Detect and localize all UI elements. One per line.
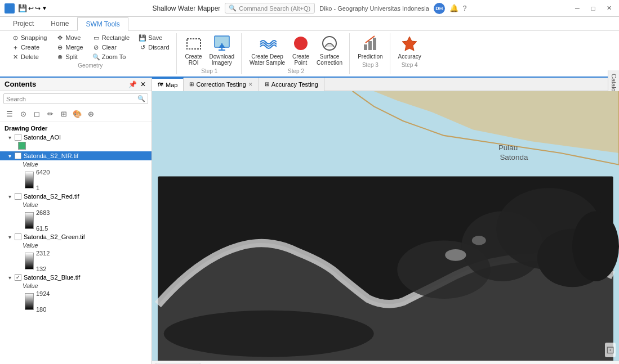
surface-correction-button[interactable]: SurfaceCorrection <box>314 33 345 67</box>
layer-item-satonda-s2-green[interactable]: ▾ Satonda_S2_Green.tif <box>0 232 152 241</box>
island-label-line2: Satonda <box>500 153 528 161</box>
pin-icon[interactable]: 📌 <box>127 80 138 88</box>
expand-satonda-s2-red[interactable]: ▾ <box>7 194 12 200</box>
snapping-button[interactable]: ⊙Snapping <box>9 33 50 42</box>
redo-icon[interactable]: ↪ <box>35 5 41 12</box>
nir-min-value: 1 <box>36 185 50 191</box>
nir-values: Value 6420 1 <box>0 160 152 192</box>
prediction-label: Prediction <box>358 53 382 60</box>
ribbon-group-geometry: ⊙Snapping ＋Create ✕Delete ✥Move ⊕Merge ⊗… <box>5 33 177 74</box>
help-icon[interactable]: ? <box>463 5 467 12</box>
map-tab-correction-testing[interactable]: ⊞ Correction Testing ✕ <box>184 78 259 91</box>
geometry-col1: ⊙Snapping ＋Create ✕Delete <box>9 33 50 61</box>
bell-icon[interactable]: 🔔 <box>449 4 458 12</box>
checkbox-satonda-s2-green[interactable] <box>15 233 21 240</box>
waves-svg <box>259 34 277 52</box>
checkbox-satonda-s2-nir[interactable] <box>15 152 21 159</box>
map-scroll-icon[interactable]: ⊡ <box>605 343 616 357</box>
layer-tool-1[interactable]: ☰ <box>3 107 16 120</box>
expand-satonda-aoi[interactable]: ▾ <box>7 134 12 141</box>
split-button[interactable]: ⊗Split <box>54 52 86 61</box>
delete-label: Delete <box>21 53 39 60</box>
minimize-button[interactable]: ─ <box>572 3 583 14</box>
green-min-value: 132 <box>36 266 50 272</box>
ribbon-group-geometry-items: ⊙Snapping ＋Create ✕Delete ✥Move ⊕Merge ⊗… <box>9 33 172 61</box>
map-tab-accuracy-testing[interactable]: ⊞ Accuracy Testing <box>259 78 324 91</box>
more-icon[interactable]: ▼ <box>42 5 47 11</box>
zoom-to-button[interactable]: 🔍Zoom To <box>90 52 132 61</box>
clear-button[interactable]: ⊘Clear <box>90 43 132 52</box>
rectangle-button[interactable]: ▭Rectangle <box>90 33 132 42</box>
merge-button[interactable]: ⊕Merge <box>54 43 86 52</box>
step2-items: Create DeepWater Sample CreatePoint <box>247 33 345 67</box>
checkbox-satonda-aoi[interactable] <box>15 134 21 141</box>
nir-gradient <box>25 172 34 188</box>
sidebar-search-input[interactable] <box>6 96 135 102</box>
titlebar: 💾 ↩ ↪ ▼ Shallow Water Mapper 🔍 Command S… <box>0 0 619 17</box>
nir-max-value: 6420 <box>36 169 50 176</box>
create-button[interactable]: ＋Create <box>9 43 50 52</box>
sidebar-title: Contents <box>5 80 36 88</box>
user-avatar: DH <box>434 3 445 14</box>
create-roi-button[interactable]: CreateROI <box>182 33 205 67</box>
command-search-box[interactable]: 🔍 Command Search (Alt+Q) <box>225 3 315 14</box>
create-roi-label: CreateROI <box>185 53 202 66</box>
expand-satonda-s2-blue[interactable]: ▾ <box>7 275 12 281</box>
blue-values: Value 1924 180 <box>0 282 152 313</box>
zoom-to-icon: 🔍 <box>92 53 100 61</box>
create-deep-water-button[interactable]: Create DeepWater Sample <box>247 33 287 67</box>
tab-home[interactable]: Home <box>42 17 77 30</box>
layer-item-satonda-s2-red[interactable]: ▾ Satonda_S2_Red.tif <box>0 192 152 201</box>
island-map-svg: Pulau Satonda <box>152 91 619 361</box>
layer-tool-4[interactable]: ✏ <box>44 107 56 120</box>
tab-project[interactable]: Project <box>5 17 42 30</box>
satonda-aoi-sublayer <box>0 142 152 151</box>
green-value-row: 2312 132 <box>5 249 152 273</box>
sidebar-search-icon: 🔍 <box>137 95 145 102</box>
maximize-button[interactable]: □ <box>587 3 599 14</box>
tab-swm-tools[interactable]: SWM Tools <box>77 17 128 31</box>
accuracy-button[interactable]: Accuracy <box>396 33 424 61</box>
clear-icon: ⊘ <box>92 43 100 51</box>
close-button[interactable]: ✕ <box>603 3 614 14</box>
sidebar-controls: 📌 ✕ <box>127 80 147 88</box>
map-tab-icon: 🗺 <box>158 82 163 88</box>
layer-item-satonda-s2-nir[interactable]: ▾ Satonda_S2_NIR.tif <box>0 151 152 160</box>
correction-tab-close[interactable]: ✕ <box>248 82 253 87</box>
layer-tool-3[interactable]: ◻ <box>30 107 43 120</box>
expand-satonda-s2-nir[interactable]: ▾ <box>7 153 12 159</box>
layer-tool-5[interactable]: ⊞ <box>57 107 70 120</box>
layer-tool-7[interactable]: ⊕ <box>84 107 97 120</box>
save-icon[interactable]: 💾 <box>18 4 27 12</box>
delete-button[interactable]: ✕Delete <box>9 52 50 61</box>
layer-name-satonda-s2-green: Satonda_S2_Green.tif <box>24 233 85 240</box>
sidebar-search-box[interactable]: 🔍 <box>3 93 148 104</box>
checkbox-satonda-s2-blue[interactable]: ✓ <box>15 274 21 281</box>
checkbox-satonda-s2-red[interactable] <box>15 193 21 200</box>
layer-name-satonda-aoi: Satonda_AOI <box>24 134 61 141</box>
map-canvas[interactable]: Pulau Satonda ⊡ <box>152 91 619 361</box>
split-label: Split <box>66 53 78 60</box>
red-value-row: 2683 61.5 <box>5 209 152 232</box>
blue-value-label: Value <box>5 282 152 290</box>
create-icon: ＋ <box>11 43 19 51</box>
prediction-button[interactable]: Prediction <box>355 33 385 61</box>
move-button[interactable]: ✥Move <box>54 33 86 42</box>
download-imagery-button[interactable]: DownloadImagery <box>207 33 237 67</box>
green-value-nums: 2312 132 <box>36 250 50 272</box>
accuracy-tab-label: Accuracy Testing <box>271 81 318 88</box>
discard-btn[interactable]: ↺Discard <box>136 43 171 52</box>
undo-icon[interactable]: ↩ <box>28 5 34 12</box>
map-tab-map[interactable]: 🗺 Map <box>152 78 184 91</box>
create-point-button[interactable]: CreatePoint <box>290 33 312 67</box>
layer-tool-6[interactable]: 🎨 <box>71 107 83 120</box>
discard-icon: ↺ <box>139 43 146 51</box>
layer-tool-2[interactable]: ⊙ <box>17 107 29 120</box>
save-btn[interactable]: 💾Save <box>136 33 171 42</box>
rectangle-label: Rectangle <box>102 34 130 41</box>
layer-item-satonda-aoi[interactable]: ▾ Satonda_AOI <box>0 133 152 142</box>
step3-label: Step 3 <box>362 62 378 68</box>
expand-satonda-s2-green[interactable]: ▾ <box>7 234 12 240</box>
layer-item-satonda-s2-blue[interactable]: ▾ ✓ Satonda_S2_Blue.tif <box>0 273 152 282</box>
sidebar-close-icon[interactable]: ✕ <box>139 80 147 88</box>
